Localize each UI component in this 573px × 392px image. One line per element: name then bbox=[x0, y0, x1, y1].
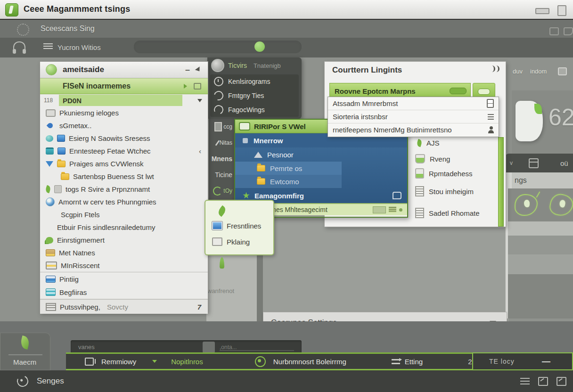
list-item[interactable]: Esierg N Saowits Sresess bbox=[40, 132, 208, 145]
mini-item[interactable]: Pklaing bbox=[212, 237, 250, 246]
gecko-swirl-icon[interactable] bbox=[16, 374, 30, 389]
teal-orb-icon bbox=[46, 135, 53, 142]
window-button[interactable] bbox=[557, 5, 566, 16]
swap-arrows-icon[interactable] bbox=[392, 359, 400, 364]
list-item[interactable]: Praiges ams CVWlensk bbox=[40, 157, 208, 170]
footer-count: 7 bbox=[197, 303, 201, 311]
toolbar-label[interactable]: Yucron Witios bbox=[57, 43, 101, 51]
headphones-icon[interactable] bbox=[491, 65, 499, 73]
list-item[interactable]: Pkuniesmg ieloges bbox=[40, 106, 208, 119]
collapse-button[interactable]: – bbox=[185, 65, 190, 75]
session-icon[interactable] bbox=[17, 24, 29, 36]
panel-icon[interactable] bbox=[549, 27, 559, 35]
menu-item[interactable]: Fmtgny Ties bbox=[210, 89, 299, 103]
statusbar-label[interactable]: Senges bbox=[37, 376, 64, 386]
list-item[interactable]: Amornt w cerv tes Phunngmies bbox=[40, 196, 208, 208]
hamburger-icon[interactable] bbox=[520, 378, 530, 384]
folder-icon bbox=[46, 249, 55, 256]
checkbox-icon[interactable] bbox=[85, 358, 94, 366]
speech-bubble-icon[interactable] bbox=[393, 192, 401, 199]
display-icon bbox=[57, 147, 65, 155]
chevron-left-glyph[interactable]: ‹ bbox=[199, 147, 201, 155]
chevron-down-icon[interactable] bbox=[195, 66, 202, 73]
selected-row[interactable]: FISeN inoarmemes bbox=[40, 78, 208, 94]
folder-icon bbox=[61, 173, 69, 180]
headset-icon[interactable] bbox=[13, 41, 25, 51]
list-item[interactable]: sGmetax.. bbox=[40, 119, 208, 132]
person-icon bbox=[488, 130, 494, 133]
footer-label: Putssvihpeg, bbox=[60, 303, 100, 311]
tree-item[interactable]: Pesnoor bbox=[235, 147, 407, 162]
list-item-label: Etbuir Fnis sindlesnrailedetumy bbox=[57, 223, 155, 231]
menubar-label[interactable]: Sceescans Sing bbox=[41, 24, 95, 33]
dropdown-item[interactable]: Siorteria irstsnbsr bbox=[328, 110, 499, 123]
list-item[interactable]: Begfiiras bbox=[40, 286, 208, 299]
list-item[interactable]: togs R Svire a Prpnznnamt bbox=[40, 183, 208, 196]
list-item[interactable]: Stou imheigim bbox=[415, 186, 474, 196]
menu-item[interactable]: FagocWings bbox=[210, 103, 299, 117]
window-restore-icon[interactable] bbox=[557, 377, 566, 386]
list-item[interactable]: Pintiig bbox=[40, 272, 208, 286]
toolbar-item-green[interactable]: Nopitlnros bbox=[171, 358, 203, 366]
list-footer[interactable]: Putssvihpeg, Sovcty 7 bbox=[40, 299, 208, 314]
tray-square-icon[interactable] bbox=[558, 67, 567, 75]
strip-item-label: Ticine bbox=[215, 171, 232, 179]
tree-item-label: Pemrte os bbox=[270, 164, 302, 172]
chevron-down-icon[interactable] bbox=[152, 360, 157, 363]
toolbar-item[interactable]: Nurbnmnosrt Boleirrmg bbox=[273, 358, 346, 366]
right-tab-bar[interactable]: v oü bbox=[505, 154, 573, 172]
comma-icon bbox=[47, 122, 54, 130]
list-item[interactable]: AJS bbox=[417, 139, 440, 147]
row-action-icon[interactable] bbox=[194, 83, 201, 90]
list-item[interactable]: Etbuir Fnis sindlesnrailedetumy bbox=[40, 221, 208, 234]
menubar: Sceescans Sing bbox=[0, 20, 573, 38]
menu-item[interactable]: Kenlsirograms bbox=[210, 74, 299, 89]
list-view-button[interactable] bbox=[389, 207, 396, 213]
strip-item[interactable]: Nitas bbox=[209, 135, 234, 151]
window-restore-icon[interactable] bbox=[538, 377, 548, 386]
tray-box[interactable]: TE locy — bbox=[472, 352, 573, 370]
minimize-button[interactable] bbox=[373, 206, 386, 213]
scroll-thumb[interactable] bbox=[203, 342, 215, 353]
list-item[interactable]: MInRisscent bbox=[40, 259, 208, 272]
panel-header: ameitsaide – bbox=[40, 62, 208, 78]
strip-item[interactable]: tOy bbox=[209, 183, 234, 199]
menu-item-label: FagocWings bbox=[228, 106, 265, 114]
list-item[interactable]: Rpmtadehess bbox=[415, 168, 473, 179]
toggle-pill-icon bbox=[450, 88, 467, 94]
device-icon bbox=[54, 185, 62, 193]
strip-item[interactable]: ccg bbox=[209, 119, 234, 135]
list-item[interactable]: Sadetl Rhomate bbox=[415, 208, 480, 218]
strip-item[interactable]: Mnens bbox=[209, 151, 234, 167]
list-item[interactable]: Sartenbsp Bueness St lwt bbox=[40, 170, 208, 183]
strip-item[interactable]: Ticine bbox=[209, 167, 234, 183]
toolbar-item[interactable]: Remmiowy bbox=[101, 358, 136, 366]
tree-item[interactable]: Pemrte os bbox=[235, 162, 407, 175]
minimize-button[interactable] bbox=[535, 8, 549, 14]
footer-sublabel: Sovcty bbox=[107, 303, 128, 311]
dropdown-item[interactable]: rnetifeepens NmerdMg Butinimrettsno bbox=[328, 123, 499, 136]
list-item[interactable]: Scgpin Ftels bbox=[40, 208, 208, 221]
launcher-card[interactable]: Maecm bbox=[0, 333, 50, 370]
orb-icon bbox=[211, 59, 224, 72]
menu-icon[interactable] bbox=[43, 43, 53, 50]
tab-icon[interactable] bbox=[529, 158, 539, 168]
window-title: Ceee Maganmment tsings bbox=[24, 4, 130, 14]
list-item[interactable]: Met Natnes bbox=[40, 246, 208, 259]
dropdown-item-label: Siorteria irstsnbsr bbox=[333, 113, 388, 121]
sub-row[interactable]: 118 PD0N bbox=[40, 94, 208, 106]
dropdown-item[interactable]: Atssadm Mmrerbmst bbox=[328, 97, 499, 110]
mini-item[interactable]: Fresntlines bbox=[212, 221, 261, 230]
divider bbox=[8, 354, 42, 355]
tree-item[interactable]: Ewtcomo bbox=[235, 175, 407, 188]
list-item[interactable]: Einrstigmemert bbox=[40, 234, 208, 246]
list-item[interactable]: Rveng bbox=[415, 154, 450, 163]
toolbar-item[interactable]: Etting bbox=[405, 358, 423, 366]
quick-menu: Ticvirs Tnatenigb Kenlsirograms Fmtgny T… bbox=[207, 57, 302, 119]
list-item[interactable]: Enntesteep Fetae Wtchec ‹ bbox=[40, 145, 208, 157]
list-item-label: sGmetax.. bbox=[59, 122, 91, 130]
chevron-down-icon[interactable] bbox=[197, 99, 202, 102]
green-scrollbar[interactable] bbox=[498, 137, 504, 227]
address-strip[interactable] bbox=[134, 41, 302, 53]
layout-icon[interactable] bbox=[564, 27, 573, 35]
